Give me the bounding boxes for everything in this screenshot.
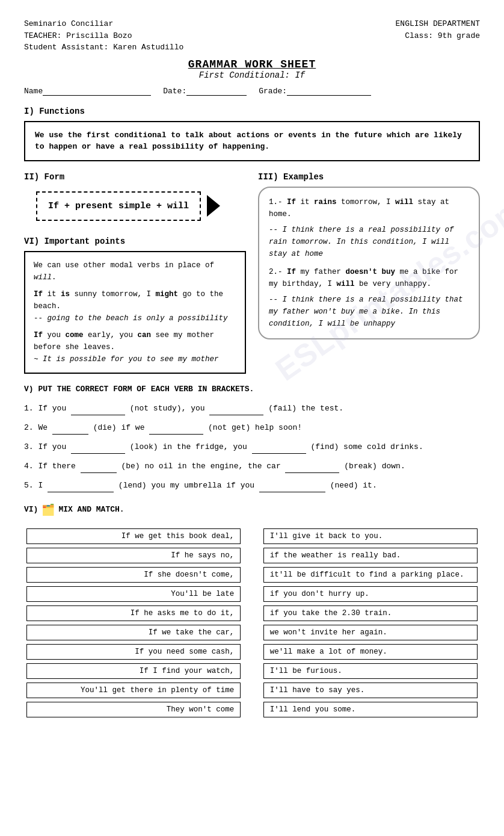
match-cell-right: I'll have to say yes. [263,683,478,698]
ex1-num: 1. If you [24,404,71,413]
match-row: If we take the car,we won't invite her a… [26,625,478,640]
section-functions: I) Functions We use the first conditiona… [24,107,480,161]
match-spacer [243,528,261,544]
section-examples: III) Examples 1.- If it rains tomorrow, … [258,172,480,374]
grade-field: Grade: [259,86,371,96]
match-row: If he asks me to do it,if you take the 2… [26,605,478,621]
ex5-blank1[interactable] [48,483,114,492]
match-row: If he says no,if the weather is really b… [26,548,478,563]
ex3-blank2[interactable] [252,445,306,454]
ex4-end: (break) down. [344,462,405,471]
formula-text: If + present simple + will [48,201,189,211]
example2-note: -- I think there is a real possibility t… [269,294,469,330]
formula-box: If + present simple + will [36,191,201,221]
ex5-mid1: (lend) you my umbrella if you [118,481,259,490]
match-cell-left: If we get this book deal, [26,528,241,544]
ex4-blank2[interactable] [285,464,339,473]
mix-title-row: VI) 🗂️ MIX AND MATCH. [24,503,480,516]
match-cell-right: if you don't hurry up. [263,586,478,602]
exercise-4: 4. If there (be) no oil in the engine, t… [24,460,480,473]
ex4-blank1[interactable] [81,464,117,473]
important-box: We can use other modal verbs in place of… [24,251,246,374]
section-brackets: V) PUT THE CORRECT FORM OF EACH VERB IN … [24,385,480,492]
match-cell-right: I'll lend you some. [263,702,478,717]
assistant-name: Student Assistant: Karen Astudillo [24,42,183,54]
important-title: VI) Important points [24,237,246,246]
school-name: Seminario Conciliar [24,18,183,30]
ex3-num: 3. If you [24,442,71,451]
match-row: If she doesn't come,it'll be difficult t… [26,567,478,583]
ex2-blank1[interactable] [52,426,88,435]
match-cell-left: You'll get there in plenty of time [26,683,241,698]
ex3-end: (find) some cold drinks. [310,442,423,451]
match-cell-left: They won't come [26,702,241,717]
ex2-mid1: (die) if we [93,423,150,432]
name-input[interactable] [43,86,151,96]
date-field: Date: [163,86,247,96]
match-cell-right: I'll be furious. [263,663,478,679]
example2: 2.- If my father doesn't buy me a bike f… [269,266,469,290]
important-ex2: If you come early, you can see my mother… [34,329,236,365]
example1: 1.- If it rains tomorrow, I will stay at… [269,196,469,220]
section-mix: VI) 🗂️ MIX AND MATCH. If we get this boo… [24,503,480,721]
arrow-icon [207,195,220,217]
match-cell-left: If she doesn't come, [26,567,241,583]
match-spacer [243,702,261,717]
name-row: Name Date: Grade: [24,86,480,96]
match-spacer [243,644,261,660]
ex1-end: (fail) the test. [268,404,343,413]
grade-label: Grade: [259,87,287,96]
header-right: ENGLISH DEPARTMENT Class: 9th grade [396,18,480,54]
ex4-mid1: (be) no oil in the engine, the car [121,462,285,471]
ex3-mid1: (look) in the fridge, you [130,442,252,451]
ex2-end: (not get) help soon! [208,423,302,432]
name-field: Name [24,86,151,96]
teacher-name: TEACHER: Priscilla Bozo [24,30,183,42]
functions-text: We use the first conditional to talk abo… [35,131,462,152]
ex5-end: (need) it. [330,481,377,490]
mix-heading: MIX AND MATCH. [58,505,124,514]
match-cell-right: if the weather is really bad. [263,548,478,563]
functions-title: I) Functions [24,107,480,116]
section-form: II) Form If + present simple + will VI) … [24,172,246,374]
form-title: II) Form [24,172,246,182]
match-spacer [243,548,261,563]
ex5-num: 5. I [24,481,48,490]
examples-bubble: 1.- If it rains tomorrow, I will stay at… [258,187,480,339]
header: Seminario Conciliar TEACHER: Priscilla B… [24,18,480,54]
match-spacer [243,586,261,602]
brackets-title: V) PUT THE CORRECT FORM OF EACH VERB IN … [24,385,480,394]
date-label: Date: [163,87,186,96]
match-row: You'll get there in plenty of timeI'll h… [26,683,478,698]
match-cell-right: we'll make a lot of money. [263,644,478,660]
match-row: You'll be lateif you don't hurry up. [26,586,478,602]
important-ex1: If it is sunny tomorrow, I might go to t… [34,288,236,324]
header-left: Seminario Conciliar TEACHER: Priscilla B… [24,18,183,54]
ex1-blank1[interactable] [71,406,125,415]
ex1-blank2[interactable] [209,406,263,415]
grade-input[interactable] [287,86,371,96]
mix-icon: 🗂️ [41,503,55,516]
ex5-blank2[interactable] [259,483,325,492]
ex2-blank2[interactable] [149,426,203,435]
match-spacer [243,663,261,679]
ex3-blank1[interactable] [71,445,125,454]
match-cell-right: if you take the 2.30 train. [263,605,478,621]
match-row: If we get this book deal,I'll give it ba… [26,528,478,544]
match-cell-left: If I find your watch, [26,663,241,679]
mix-label: VI) [24,505,38,514]
match-cell-left: If he says no, [26,548,241,563]
functions-info: We use the first conditional to talk abo… [24,121,480,161]
example1-note: -- I think there is a real possibility o… [269,224,469,260]
worksheet-title: GRAMMAR WORK SHEET [24,58,480,70]
form-examples-row: II) Form If + present simple + will VI) … [24,172,480,374]
match-cell-left: If we take the car, [26,625,241,640]
match-cell-right: it'll be difficult to find a parking pla… [263,567,478,583]
match-spacer [243,625,261,640]
match-row: If I find your watch,I'll be furious. [26,663,478,679]
date-input[interactable] [186,86,247,96]
match-cell-left: If he asks me to do it, [26,605,241,621]
ex1-mid1: (not study), you [130,404,210,413]
class-label: Class: 9th grade [396,30,480,42]
match-spacer [243,605,261,621]
